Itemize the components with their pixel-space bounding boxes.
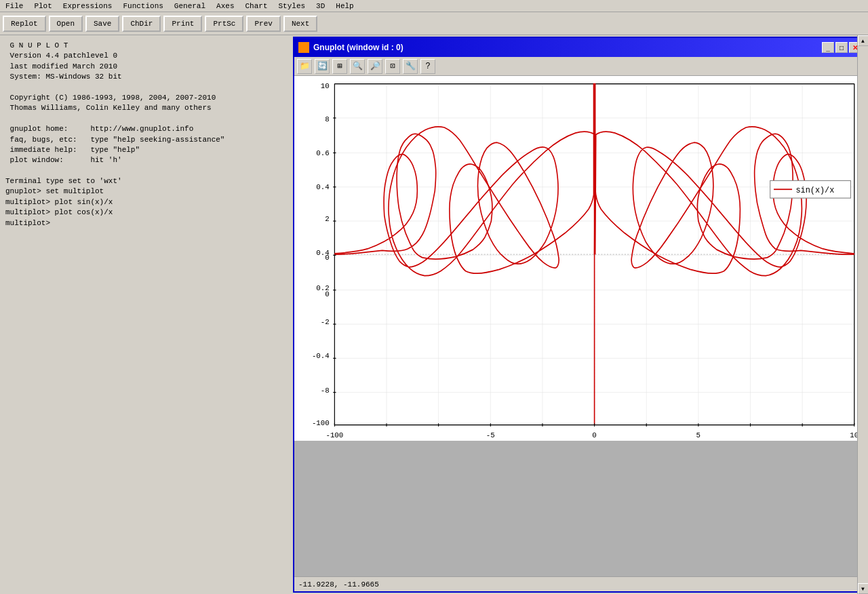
menubar: File Plot Expressions Functions General … bbox=[0, 0, 868, 12]
svg-text:0.6: 0.6 bbox=[316, 149, 330, 157]
chart-svg: 10 8 0.6 0.4 2 0.4 0 0.2 0 -2 -0.4 -8 -1… bbox=[294, 76, 865, 441]
gnuplot-toolbar: 📁 🔄 ⊞ 🔍 🔎 ⊡ 🔧 ? bbox=[294, 57, 865, 76]
grid-tool-button[interactable]: ⊞ bbox=[332, 59, 347, 74]
prtsc-button[interactable]: PrtSc bbox=[205, 16, 243, 32]
menu-file[interactable]: File bbox=[3, 1, 26, 11]
menu-axes[interactable]: Axes bbox=[214, 1, 237, 11]
print-button[interactable]: Print bbox=[163, 16, 202, 32]
menu-plot[interactable]: Plot bbox=[31, 1, 54, 11]
window-icon bbox=[298, 42, 309, 53]
open-button[interactable]: Open bbox=[49, 16, 83, 32]
zoom-fit-tool-button[interactable]: ⊡ bbox=[385, 59, 400, 74]
terminal-panel: G N U P L O T Version 4.4 patchlevel 0 l… bbox=[0, 35, 292, 594]
coordinates-display: -11.9228, -11.9665 bbox=[298, 580, 379, 589]
zoom-out-tool-button[interactable]: 🔎 bbox=[368, 59, 382, 74]
menu-styles[interactable]: Styles bbox=[276, 1, 309, 11]
chdir-button[interactable]: ChDir bbox=[122, 16, 161, 32]
minimize-button[interactable]: _ bbox=[822, 42, 834, 53]
replot-button[interactable]: Replot bbox=[3, 16, 46, 32]
svg-text:10: 10 bbox=[321, 81, 330, 90]
svg-text:-100: -100 bbox=[312, 418, 330, 427]
svg-text:0: 0 bbox=[325, 290, 330, 298]
svg-text:-8: -8 bbox=[321, 386, 330, 394]
refresh-tool-button[interactable]: 🔄 bbox=[315, 59, 330, 74]
svg-text:0: 0 bbox=[592, 431, 597, 439]
right-scrollbar: ▲ ▼ bbox=[857, 35, 868, 594]
toolbar: Replot Open Save ChDir Print PrtSc Prev … bbox=[0, 12, 868, 35]
next-button[interactable]: Next bbox=[283, 16, 317, 32]
settings-tool-button[interactable]: 🔧 bbox=[403, 59, 418, 74]
scroll-down-button[interactable]: ▼ bbox=[858, 583, 869, 594]
svg-text:-5: -5 bbox=[486, 431, 495, 439]
window-title-left: Gnuplot (window id : 0) bbox=[298, 42, 403, 53]
svg-text:0.4: 0.4 bbox=[316, 183, 330, 191]
menu-expressions[interactable]: Expressions bbox=[60, 1, 115, 11]
menu-functions[interactable]: Functions bbox=[120, 1, 165, 11]
prev-button[interactable]: Prev bbox=[246, 16, 280, 32]
terminal-output: G N U P L O T Version 4.4 patchlevel 0 l… bbox=[5, 41, 286, 229]
svg-text:8: 8 bbox=[325, 115, 330, 123]
chart-container: 10 8 0.6 0.4 2 0.4 0 0.2 0 -2 -0.4 -8 -1… bbox=[294, 76, 865, 441]
help-tool-button[interactable]: ? bbox=[420, 59, 435, 74]
menu-3d[interactable]: 3D bbox=[313, 1, 328, 11]
window-titlebar: Gnuplot (window id : 0) _ □ ✕ bbox=[294, 38, 865, 57]
save-button[interactable]: Save bbox=[85, 16, 119, 32]
main-content: G N U P L O T Version 4.4 patchlevel 0 l… bbox=[0, 35, 868, 594]
folder-tool-button[interactable]: 📁 bbox=[297, 59, 312, 74]
svg-text:-100: -100 bbox=[326, 431, 343, 439]
menu-help[interactable]: Help bbox=[333, 1, 356, 11]
scroll-up-button[interactable]: ▲ bbox=[858, 35, 869, 46]
svg-text:2: 2 bbox=[325, 215, 329, 223]
maximize-button[interactable]: □ bbox=[835, 42, 848, 53]
chart-bottom-area bbox=[294, 441, 865, 576]
zoom-in-tool-button[interactable]: 🔍 bbox=[350, 59, 365, 74]
window-title-text: Gnuplot (window id : 0) bbox=[313, 43, 403, 52]
svg-text:-0.4: -0.4 bbox=[312, 352, 330, 360]
menu-chart[interactable]: Chart bbox=[242, 1, 270, 11]
svg-text:sin(x)/x: sin(x)/x bbox=[795, 186, 834, 196]
svg-text:-2: -2 bbox=[321, 318, 330, 326]
status-bar: -11.9228, -11.9665 bbox=[294, 576, 865, 591]
menu-general[interactable]: General bbox=[172, 1, 208, 11]
gnuplot-window: Gnuplot (window id : 0) _ □ ✕ 📁 🔄 ⊞ 🔍 🔎 … bbox=[293, 37, 867, 593]
window-controls: _ □ ✕ bbox=[822, 42, 861, 53]
svg-text:0: 0 bbox=[325, 254, 330, 262]
svg-text:5: 5 bbox=[696, 431, 701, 439]
